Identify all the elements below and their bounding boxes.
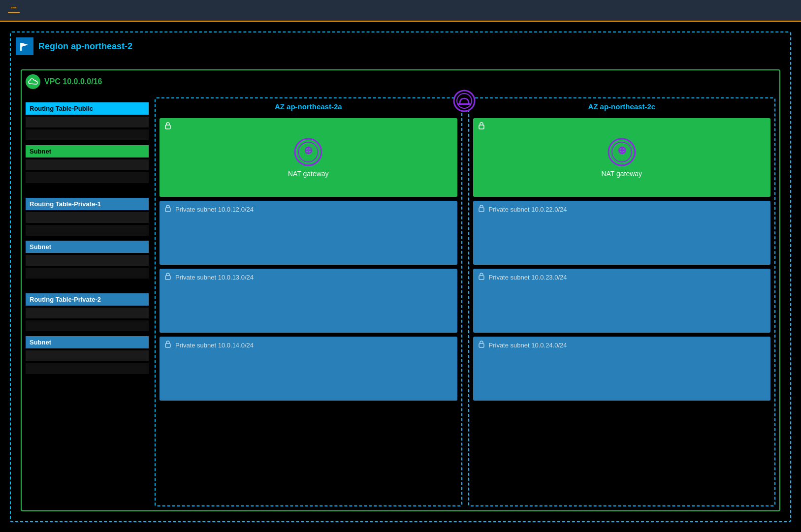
svg-text:aws: aws [11,6,17,9]
svg-marker-4 [22,43,28,47]
az-a-private2-lock-icon [163,272,172,282]
az-a-title: AZ ap-northeast-2a [156,102,461,111]
content-area: Routing Table-Public Subnet Routing Tabl… [26,97,775,506]
az-c-nat-gateway-icon: ⊕ [607,137,637,167]
az-c-nat-label: NAT gateway [601,170,642,178]
private1-subnet-row-2 [26,268,149,279]
routing-table-private2-section: Routing Table-Private-2 Subnet [26,293,149,374]
az-column-a: AZ ap-northeast-2a [155,97,462,506]
az-a-nat-label: NAT gateway [288,170,329,178]
az-a-private-subnet-3: Private subnet 10.0.14.0/24 [160,337,457,401]
routing-table-public-row-2 [26,129,149,140]
az-c-private-subnet-1-text: Private subnet 10.0.22.0/24 [477,205,567,213]
az-c-private-subnet-2: Private subnet 10.0.23.0/24 [473,269,771,333]
aws-header: aws [0,0,801,22]
az-a-private3-lock-icon [163,340,172,350]
region-header: Region ap-northeast-2 [16,37,785,55]
region-box: Region ap-northeast-2 VPC 10.0.0.0/16 [10,31,791,522]
svg-rect-8 [165,125,170,129]
az-c-private3-lock-icon [477,340,486,350]
region-flag-icon [16,37,33,55]
az-a-nat-gateway-icon: ⊕ [293,137,323,167]
routing-table-private2-row-2 [26,320,149,331]
svg-rect-21 [479,344,484,347]
svg-rect-15 [479,125,484,129]
az-c-private-subnet-3-text: Private subnet 10.0.24.0/24 [477,341,567,349]
az-a-private-subnet-1-text: Private subnet 10.0.12.0/24 [163,205,254,213]
az-columns: AZ ap-northeast-2a [155,97,775,506]
routing-table-private2-row-1 [26,308,149,318]
az-c-private-subnet-2-text: Private subnet 10.0.23.0/24 [477,273,567,281]
az-a-private-subnet-2-text: Private subnet 10.0.13.0/24 [163,273,254,281]
routing-table-private1-header: Routing Table-Private-1 [26,198,149,210]
vpc-box: VPC 10.0.0.0/16 Routing Table-Public Sub… [21,69,780,511]
private1-subnet-label: Subnet [26,241,149,253]
az-c-title: AZ ap-northeast-2c [469,102,775,111]
vpc-header: VPC 10.0.0.0/16 [26,74,775,89]
routing-table-private1-section: Routing Table-Private-1 Subnet [26,198,149,279]
routing-table-private1-row-1 [26,212,149,223]
az-a-public-subnet: ⊕ NAT gateway [160,118,457,197]
private2-subnet-label: Subnet [26,336,149,348]
az-c-lock-icon [477,121,486,131]
public-subnet-row-2 [26,172,149,183]
aws-logo-icon: aws [5,1,23,19]
region-title: Region ap-northeast-2 [38,41,132,52]
svg-rect-14 [165,344,170,347]
svg-rect-7 [458,103,471,105]
az-a-private-subnet-2: Private subnet 10.0.13.0/24 [160,269,457,333]
az-c-private-subnet-1: Private subnet 10.0.22.0/24 [473,201,771,265]
public-subnet-row-1 [26,159,149,170]
az-a-private1-lock-icon [163,204,172,215]
routing-table-public-row-1 [26,117,149,127]
svg-rect-3 [20,43,22,51]
private1-subnet-row-1 [26,255,149,266]
az-c-private1-lock-icon [477,204,486,215]
az-a-private-subnet-3-text: Private subnet 10.0.14.0/24 [163,341,254,349]
svg-rect-13 [165,276,170,280]
private2-subnet-row-2 [26,363,149,374]
az-c-public-subnet: ⊕ NAT gateway [473,118,771,197]
vpc-title: VPC 10.0.0.0/16 [44,77,102,86]
svg-text:⊕: ⊕ [617,144,626,156]
internet-gateway-icon [453,90,476,114]
routing-table-public-header: Routing Table-Public [26,102,149,115]
public-subnet-label: Subnet [26,145,149,157]
az-a-lock-icon [163,121,172,131]
az-c-private2-lock-icon [477,272,486,282]
left-panel: Routing Table-Public Subnet Routing Tabl… [26,97,149,506]
az-c-private-subnet-3: Private subnet 10.0.24.0/24 [473,337,771,401]
svg-text:⊕: ⊕ [304,144,313,156]
svg-rect-19 [479,208,484,212]
main-canvas: Region ap-northeast-2 VPC 10.0.0.0/16 [0,22,801,532]
routing-table-public-section: Routing Table-Public Subnet [26,102,149,183]
routing-table-private1-row-2 [26,225,149,236]
svg-rect-2 [8,12,20,13]
routing-table-private2-header: Routing Table-Private-2 [26,293,149,306]
private2-subnet-row-1 [26,350,149,361]
svg-rect-12 [165,208,170,212]
svg-rect-20 [479,276,484,280]
az-a-private-subnet-1: Private subnet 10.0.12.0/24 [160,201,457,265]
vpc-cloud-icon [26,74,40,89]
az-column-c: AZ ap-northeast-2c [468,97,776,506]
svg-rect-0 [5,1,23,19]
